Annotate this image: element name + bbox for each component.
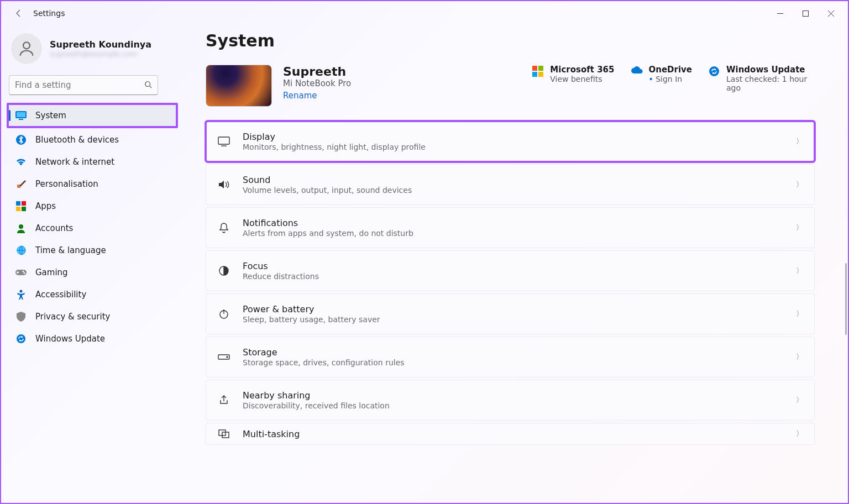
card-sub: Sleep, battery usage, battery saver [243,315,784,324]
svg-point-16 [19,224,23,229]
nav-network[interactable]: Network & internet [9,151,176,172]
content-area: System Supreeth Mi NoteBook Pro Rename M… [184,25,848,503]
accounts-icon [15,223,27,234]
search-input[interactable] [15,80,144,90]
sound-icon [217,178,230,191]
nav-system[interactable]: System [9,105,176,126]
card-sound[interactable]: Sound Volume levels, output, input, soun… [206,164,815,205]
card-sub: Discoverability, received files location [243,401,784,410]
nav-personalisation[interactable]: Personalisation [9,174,176,195]
brush-icon [15,179,27,190]
onedrive-sub: • Sign In [648,75,692,83]
minimize-button[interactable] [767,4,793,22]
header-link-update[interactable]: Windows Update Last checked: 1 hour ago [709,65,815,92]
card-focus[interactable]: Focus Reduce distractions 〉 [206,250,815,291]
header-link-m365[interactable]: Microsoft 365 View benefits [532,65,614,92]
svg-point-4 [23,42,30,49]
user-profile[interactable]: Supreeth Koundinya supreeth@example.com [9,30,176,72]
card-title: Power & battery [243,304,784,314]
avatar [11,33,42,64]
page-title: System [206,31,815,50]
sidebar: Supreeth Koundinya supreeth@example.com … [1,25,184,503]
nav-label: Apps [35,201,56,211]
chevron-right-icon: 〉 [796,309,803,319]
nav-apps[interactable]: Apps [9,196,176,217]
nav-label: Privacy & security [35,312,110,322]
svg-point-22 [17,334,25,343]
nav-bluetooth[interactable]: Bluetooth & devices [9,129,176,150]
device-name: Supreeth [283,65,351,78]
svg-point-19 [23,271,24,272]
windows-update-icon [709,66,721,78]
card-storage[interactable]: Storage Storage space, drives, configura… [206,337,815,377]
header-link-onedrive[interactable]: OneDrive • Sign In [631,65,692,92]
search-icon [144,81,152,90]
share-icon [217,393,230,407]
svg-point-27 [709,66,719,76]
svg-rect-13 [22,201,26,206]
svg-rect-28 [218,137,229,144]
update-icon [15,333,27,344]
clock-globe-icon [15,245,27,256]
nav-label: Network & internet [35,157,114,167]
nav-update[interactable]: Windows Update [9,328,176,349]
update-title: Windows Update [726,65,815,75]
nav-time[interactable]: Time & language [9,240,176,261]
scrollbar-thumb[interactable] [845,263,847,335]
app-title: Settings [33,9,65,18]
search-box[interactable] [9,75,158,95]
back-button[interactable] [10,4,28,22]
chevron-right-icon: 〉 [796,136,803,146]
svg-rect-9 [19,119,23,120]
system-icon [15,110,27,121]
card-power[interactable]: Power & battery Sleep, battery usage, ba… [206,293,815,334]
nav-accounts[interactable]: Accounts [9,218,176,239]
svg-rect-15 [22,207,26,211]
svg-point-5 [145,81,150,86]
card-title: Multi-tasking [243,429,784,439]
user-email: supreeth@example.com [50,50,151,58]
card-sub: Reduce distractions [243,272,784,281]
nav-label: System [35,111,66,120]
focus-icon [217,264,230,277]
card-sub: Alerts from apps and system, do not dist… [243,229,784,238]
maximize-button[interactable] [793,4,818,22]
nav-label: Accessibility [35,290,86,300]
card-title: Display [243,132,784,142]
rename-link[interactable]: Rename [283,91,317,101]
chevron-right-icon: 〉 [796,223,803,233]
nav-list: System Bluetooth & devices Network & int… [9,103,176,349]
bell-icon [217,221,230,234]
nav-accessibility[interactable]: Accessibility [9,284,176,305]
card-display[interactable]: Display Monitors, brightness, night ligh… [206,121,815,162]
chevron-right-icon: 〉 [796,180,803,190]
onedrive-title: OneDrive [648,65,692,75]
card-sub: Storage space, drives, configuration rul… [243,358,784,367]
chevron-right-icon: 〉 [796,266,803,276]
card-nearby[interactable]: Nearby sharing Discoverability, received… [206,380,815,421]
user-name: Supreeth Koundinya [50,39,151,50]
card-title: Focus [243,261,784,271]
nav-label: Time & language [35,245,106,255]
highlight-system: System [7,103,178,128]
chevron-right-icon: 〉 [796,429,803,439]
nav-gaming[interactable]: Gaming [9,262,176,283]
svg-rect-12 [16,201,20,206]
card-title: Nearby sharing [243,390,784,401]
chevron-right-icon: 〉 [796,352,803,362]
nav-label: Gaming [35,267,68,277]
svg-line-6 [150,86,152,88]
card-multitasking[interactable]: Multi-tasking 〉 [206,423,815,445]
nav-label: Bluetooth & devices [35,135,119,145]
svg-point-21 [20,290,23,293]
nav-privacy[interactable]: Privacy & security [9,306,176,327]
power-icon [217,307,230,321]
titlebar: Settings [1,1,848,25]
device-info: Supreeth Mi NoteBook Pro Rename [283,65,351,101]
m365-title: Microsoft 365 [550,65,614,75]
svg-point-20 [24,272,25,274]
close-button[interactable] [818,4,843,22]
card-notifications[interactable]: Notifications Alerts from apps and syste… [206,207,815,248]
chevron-right-icon: 〉 [796,395,803,405]
svg-rect-26 [538,72,543,77]
